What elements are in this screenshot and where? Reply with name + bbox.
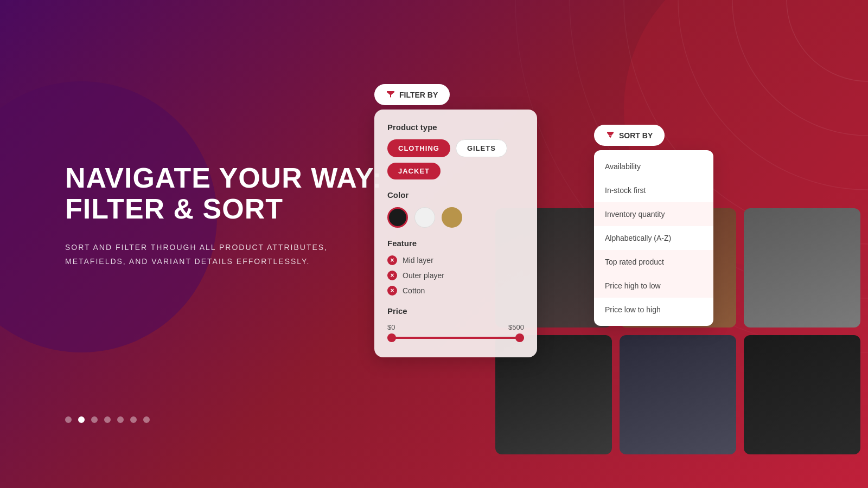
carousel-dot-6[interactable] bbox=[143, 416, 150, 423]
filter-panel-wrapper: FILTER BY Product type CLOTHING GILETS J… bbox=[374, 84, 537, 357]
carousel-dot-5[interactable] bbox=[130, 416, 137, 423]
price-slider[interactable] bbox=[387, 337, 524, 339]
sort-by-button[interactable]: SORT BY bbox=[594, 125, 665, 146]
sort-panel: Availability In-stock first Inventory qu… bbox=[594, 150, 713, 326]
filter-by-label: FILTER BY bbox=[399, 91, 438, 99]
color-swatches bbox=[387, 207, 524, 228]
price-slider-thumb-left[interactable] bbox=[387, 333, 396, 342]
hero-title: NAVIGATE YOUR WAY: FILTER & SORT bbox=[65, 163, 382, 224]
color-section: Color bbox=[387, 190, 524, 228]
sort-icon bbox=[606, 130, 615, 140]
sort-item-alpha[interactable]: Alphabetically (A-Z) bbox=[594, 226, 713, 250]
feature-item-label-2: Cotton bbox=[403, 286, 425, 295]
feature-dot-1 bbox=[387, 271, 397, 280]
svg-rect-6 bbox=[607, 132, 614, 133]
svg-point-1 bbox=[732, 0, 868, 136]
product-type-label: Product type bbox=[387, 123, 524, 132]
price-max: $500 bbox=[508, 323, 524, 331]
product-card-2[interactable] bbox=[744, 208, 860, 328]
type-btn-gilets[interactable]: GILETS bbox=[456, 139, 507, 157]
feature-item-mid-layer[interactable]: Mid layer bbox=[387, 255, 524, 265]
color-label: Color bbox=[387, 190, 524, 200]
svg-point-0 bbox=[787, 0, 868, 81]
feature-dot-2 bbox=[387, 286, 397, 296]
price-range-labels: $0 $500 bbox=[387, 323, 524, 331]
feature-section: Feature Mid layer Outer player Cotton bbox=[387, 239, 524, 296]
filter-by-button[interactable]: FILTER BY bbox=[374, 84, 450, 105]
color-swatch-white[interactable] bbox=[414, 207, 435, 228]
carousel-dot-3[interactable] bbox=[104, 416, 111, 423]
feature-list: Mid layer Outer player Cotton bbox=[387, 255, 524, 296]
sort-item-price-high-low[interactable]: Price high to low bbox=[594, 274, 713, 298]
hero-subtitle: SORT AND FILTER THROUGH ALL PRODUCT ATTR… bbox=[65, 241, 382, 268]
color-swatch-tan[interactable] bbox=[442, 207, 462, 228]
filter-panel: Product type CLOTHING GILETS JACKET Colo… bbox=[374, 110, 537, 357]
feature-dot-0 bbox=[387, 255, 397, 265]
feature-item-label-0: Mid layer bbox=[403, 256, 433, 265]
sort-item-price-low-high[interactable]: Price low to high bbox=[594, 298, 713, 322]
feature-item-label-1: Outer player bbox=[403, 271, 444, 280]
price-label: Price bbox=[387, 306, 524, 316]
type-btn-jacket[interactable]: JACKET bbox=[387, 163, 441, 179]
carousel-dot-0[interactable] bbox=[65, 416, 72, 423]
carousel-dot-1[interactable] bbox=[78, 416, 85, 423]
color-swatch-black[interactable] bbox=[387, 207, 408, 228]
sort-item-availability[interactable]: Availability bbox=[594, 155, 713, 178]
feature-item-cotton[interactable]: Cotton bbox=[387, 286, 524, 296]
sort-by-label: SORT BY bbox=[619, 131, 653, 140]
product-type-buttons: CLOTHING GILETS JACKET bbox=[387, 139, 524, 179]
price-slider-thumb-right[interactable] bbox=[515, 333, 524, 342]
price-section: Price $0 $500 bbox=[387, 306, 524, 339]
svg-rect-8 bbox=[609, 136, 611, 137]
feature-label: Feature bbox=[387, 239, 524, 248]
product-card-4[interactable] bbox=[620, 335, 736, 454]
svg-rect-7 bbox=[608, 134, 612, 135]
price-slider-fill bbox=[387, 337, 524, 339]
sort-item-top-rated[interactable]: Top rated product bbox=[594, 250, 713, 274]
carousel-dot-2[interactable] bbox=[91, 416, 98, 423]
product-card-5[interactable] bbox=[744, 335, 860, 454]
sort-item-instock[interactable]: In-stock first bbox=[594, 178, 713, 202]
price-min: $0 bbox=[387, 323, 395, 331]
type-btn-clothing[interactable]: CLOTHING bbox=[387, 139, 450, 157]
carousel-dots bbox=[65, 416, 150, 423]
feature-item-outer-player[interactable]: Outer player bbox=[387, 271, 524, 280]
carousel-dot-4[interactable] bbox=[117, 416, 124, 423]
sort-panel-wrapper: SORT BY Availability In-stock first Inve… bbox=[594, 125, 713, 326]
sort-item-inventory[interactable]: Inventory quantity bbox=[594, 202, 713, 226]
hero-text-block: NAVIGATE YOUR WAY: FILTER & SORT SORT AN… bbox=[65, 163, 382, 268]
filter-icon bbox=[386, 89, 395, 100]
